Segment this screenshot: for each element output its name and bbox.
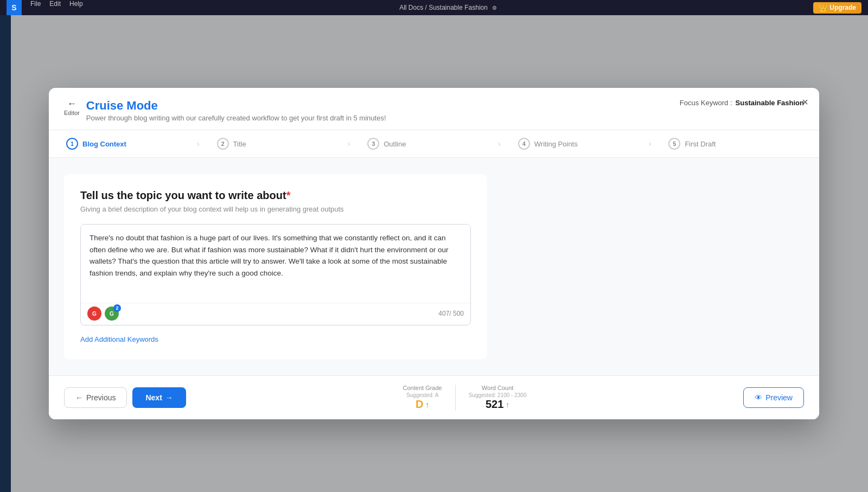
step-2-label: Title: [233, 140, 246, 148]
top-bar-right: 👑 Upgrade: [813, 2, 861, 14]
context-textarea[interactable]: [81, 225, 470, 301]
preview-label: Preview: [765, 393, 793, 402]
modal-header: ← Editor Cruise Mode Power through blog …: [49, 88, 819, 130]
step-4-label: Writing Points: [534, 140, 578, 148]
word-count-number: 521: [486, 398, 503, 411]
footer-stats: Content Grade Suggested: A D ↑ Word Coun…: [390, 385, 540, 411]
previous-button[interactable]: ← Previous: [64, 387, 127, 408]
modal-overlay: ← Editor Cruise Mode Power through blog …: [0, 15, 868, 492]
step-1-circle: 1: [66, 138, 78, 150]
preview-button[interactable]: 👁 Preview: [743, 387, 804, 408]
grade-letter: D: [416, 398, 423, 411]
section-subtitle: Giving a brief description of your blog …: [80, 205, 471, 213]
menu-help[interactable]: Help: [69, 0, 83, 15]
step-1-label: Blog Context: [82, 140, 126, 148]
grade-arrow-icon: ↑: [425, 400, 429, 409]
focus-keyword-display: Focus Keyword : Sustainable Fashion: [680, 99, 804, 107]
upgrade-label: Upgrade: [829, 4, 856, 11]
breadcrumb-text: All Docs / Sustainable Fashion: [399, 4, 488, 11]
back-arrow-icon: ←: [67, 99, 76, 108]
prev-arrow-icon: ←: [75, 393, 83, 402]
next-label: Next: [145, 393, 162, 402]
step-3-label: Outline: [384, 140, 406, 148]
content-section: Tell us the topic you want to write abou…: [64, 174, 487, 359]
upgrade-button[interactable]: 👑 Upgrade: [813, 2, 861, 14]
app-icon: S: [7, 0, 22, 15]
word-count-value: 521 ↑: [469, 398, 527, 411]
modal-title-group: Cruise Mode Power through blog writing w…: [86, 99, 386, 122]
step-first-draft[interactable]: 5 First Draft: [660, 130, 810, 157]
grammarly-go-icon[interactable]: G 2: [105, 306, 119, 321]
char-count: 407/ 500: [438, 310, 464, 317]
step-outline[interactable]: 3 Outline ›: [359, 130, 509, 157]
section-title: Tell us the topic you want to write abou…: [80, 189, 471, 202]
close-button[interactable]: ×: [802, 97, 808, 107]
context-textarea-wrapper: G G 2 407/ 500: [80, 224, 471, 325]
word-count-label: Word Count: [469, 385, 527, 391]
word-count-suggested: Suggested: 2100 - 2300: [469, 392, 527, 398]
modal-body: Tell us the topic you want to write abou…: [49, 158, 819, 375]
menu-edit[interactable]: Edit: [49, 0, 61, 15]
prev-label: Previous: [86, 393, 116, 402]
step-1-chevron: ›: [197, 139, 200, 148]
content-grade-label: Content Grade: [403, 385, 442, 391]
footer-nav: ← Previous Next →: [64, 387, 186, 408]
top-bar: S File Edit Help All Docs / Sustainable …: [0, 0, 868, 15]
back-label: Editor: [64, 110, 80, 116]
content-grade-stat: Content Grade Suggested: A D ↑: [390, 385, 456, 411]
step-3-chevron: ›: [498, 139, 501, 148]
textarea-footer: G G 2 407/ 500: [81, 303, 470, 325]
required-asterisk: *: [286, 189, 291, 201]
step-5-label: First Draft: [685, 140, 716, 148]
cruise-mode-modal: ← Editor Cruise Mode Power through blog …: [49, 88, 819, 419]
focus-keyword-label: Focus Keyword :: [680, 99, 732, 107]
step-blog-context[interactable]: 1 Blog Context ›: [58, 130, 208, 157]
word-count-stat: Word Count Suggested: 2100 - 2300 521 ↑: [456, 385, 540, 411]
textarea-icons: G G 2: [87, 306, 119, 321]
back-to-editor-button[interactable]: ← Editor: [64, 99, 80, 116]
next-button[interactable]: Next →: [132, 387, 186, 408]
content-grade-suggested: Suggested: A: [403, 392, 442, 398]
step-2-chevron: ›: [348, 139, 350, 148]
preview-eye-icon: 👁: [755, 393, 762, 402]
breadcrumb-icon: ⚙: [492, 5, 497, 11]
menu-file[interactable]: File: [30, 0, 41, 15]
add-keywords-link[interactable]: Add Additional Keywords: [80, 335, 158, 343]
top-bar-left: S File Edit Help: [7, 0, 83, 15]
modal-title: Cruise Mode: [86, 99, 386, 113]
step-3-circle: 3: [367, 138, 379, 150]
modal-footer: ← Previous Next → Content Grade Suggeste…: [49, 375, 819, 419]
modal-header-left: ← Editor Cruise Mode Power through blog …: [64, 99, 386, 122]
next-arrow-icon: →: [165, 393, 173, 402]
grammarly-icon[interactable]: G: [87, 306, 101, 321]
step-5-circle: 5: [668, 138, 680, 150]
step-4-chevron: ›: [649, 139, 652, 148]
breadcrumb: All Docs / Sustainable Fashion ⚙: [399, 4, 497, 11]
crown-icon: 👑: [819, 4, 827, 12]
modal-subtitle: Power through blog writing with our care…: [86, 114, 386, 122]
step-writing-points[interactable]: 4 Writing Points ›: [509, 130, 660, 157]
step-title[interactable]: 2 Title ›: [208, 130, 359, 157]
content-grade-value: D ↑: [403, 398, 442, 411]
step-2-circle: 2: [217, 138, 229, 150]
grammarly-counter: 2: [113, 304, 121, 312]
word-count-arrow-icon: ↑: [506, 400, 509, 409]
step-4-circle: 4: [518, 138, 530, 150]
steps-bar: 1 Blog Context › 2 Title › 3 Outline › 4…: [49, 130, 819, 158]
focus-keyword-value: Sustainable Fashion: [736, 99, 804, 107]
